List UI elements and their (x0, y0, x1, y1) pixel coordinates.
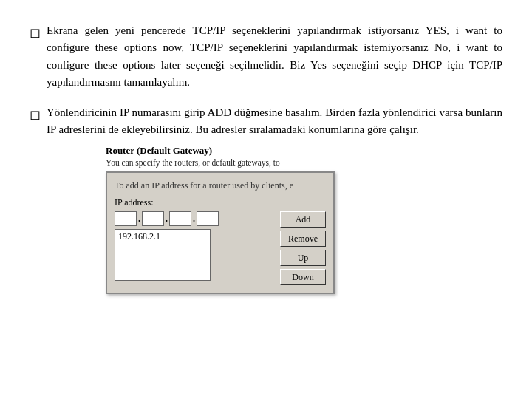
router-sublabel: You can specify the routers, or default … (106, 158, 280, 167)
page-container: ◻ Ekrana gelen yeni pencerede TCP/IP seç… (0, 0, 532, 399)
down-button[interactable]: Down (280, 269, 326, 285)
remove-button[interactable]: Remove (280, 231, 326, 247)
ip-octet-2[interactable] (142, 211, 164, 226)
paragraph-2: Yönlendiricinin IP numarasını girip ADD … (47, 104, 502, 139)
second-text-and-image: Yönlendiricinin IP numarasını girip ADD … (47, 104, 502, 294)
bullet-icon-2: ◻ (30, 105, 41, 125)
ip-octet-3[interactable] (169, 211, 191, 226)
bullet-section-2: ◻ Yönlendiricinin IP numarasını girip AD… (30, 104, 502, 294)
button-column: Add Remove Up Down (280, 211, 326, 285)
bullet-section-1: ◻ Ekrana gelen yeni pencerede TCP/IP seç… (30, 22, 502, 91)
image-area: Router (Default Gateway) You can specify… (106, 145, 502, 295)
up-button[interactable]: Up (280, 250, 326, 266)
add-button[interactable]: Add (280, 211, 326, 228)
ip-list-box[interactable]: 192.168.2.1 (115, 229, 211, 281)
dialog-content: . . . 192.168.2.1 Add Remove (115, 211, 326, 285)
ip-input-row: . . . (115, 211, 274, 226)
router-label: Router (Default Gateway) (106, 145, 212, 157)
ip-label: IP address: (115, 197, 326, 208)
ip-octet-4[interactable] (197, 211, 219, 226)
router-dialog-box: To add an IP address for a router used b… (106, 171, 335, 295)
left-side: . . . 192.168.2.1 (115, 211, 274, 285)
ip-octet-1[interactable] (115, 211, 137, 226)
dialog-title-text: To add an IP address for a router used b… (115, 180, 326, 192)
paragraph-1: Ekrana gelen yeni pencerede TCP/IP seçen… (47, 22, 502, 91)
bullet-icon-1: ◻ (30, 23, 41, 43)
